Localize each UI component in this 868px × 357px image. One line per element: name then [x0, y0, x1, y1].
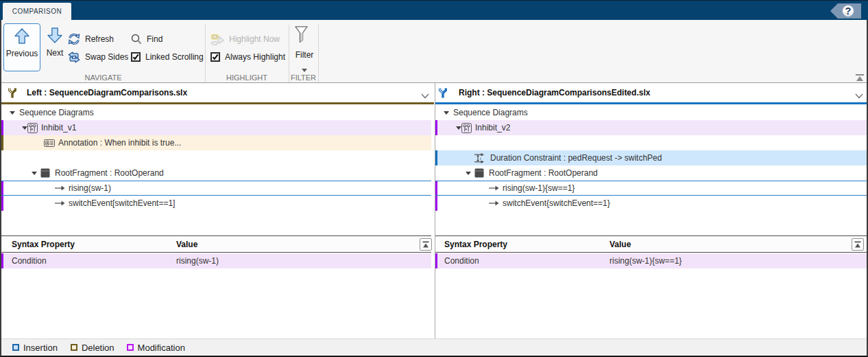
svg-text:?: ? — [845, 5, 852, 16]
svg-text:t: t — [480, 157, 481, 161]
